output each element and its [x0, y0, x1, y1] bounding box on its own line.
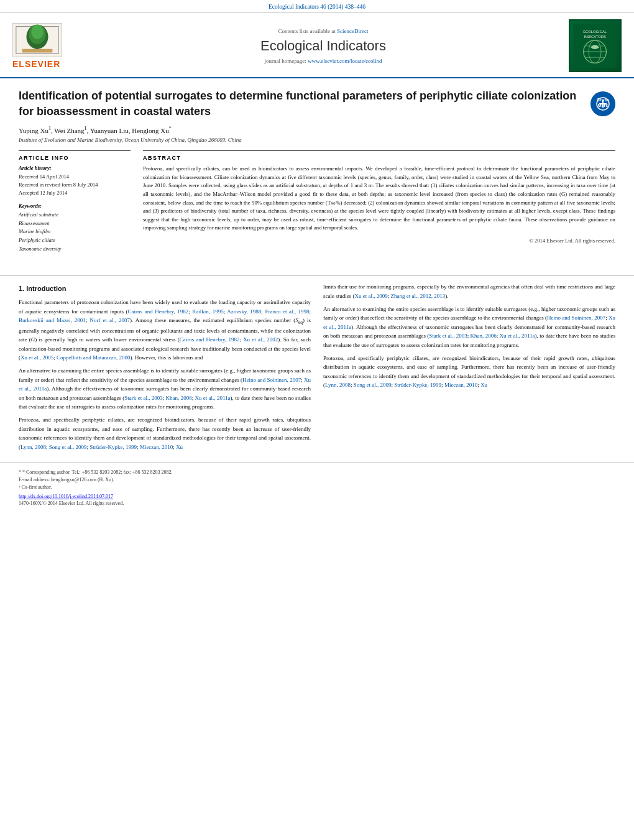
sciencedirect-link[interactable]: ScienceDirect	[337, 28, 368, 34]
intro-para1: Functional parameters of protozoan colon…	[19, 298, 311, 362]
sciencedirect-label: Contents lists available at	[278, 28, 336, 34]
ref-xu2005[interactable]: Xu et al., 2005	[21, 354, 53, 361]
ref-xu-r[interactable]: Xu	[480, 382, 487, 388]
page: Ecological Indicators 46 (2014) 438–446	[0, 0, 634, 510]
journal-logo-img: ECOLOGICAL INDICATORS	[569, 19, 622, 72]
revised-date: Received in revised form 8 July 2014	[19, 181, 131, 189]
ref-azovsky[interactable]: Azovsky, 1988	[227, 308, 261, 315]
crossmark-badge: Cross Mark	[590, 91, 615, 116]
article-title: Identification of potential surrogates t…	[19, 88, 590, 119]
content-divider	[0, 275, 634, 276]
right-para1: limits their use for monitoring programs…	[323, 282, 615, 300]
ref-lynn-r[interactable]: Lynn, 2008	[325, 382, 351, 388]
ref-xu2011a-b[interactable]: Xu et al., 2011a	[195, 395, 231, 401]
article-title-section: Identification of potential surrogates t…	[19, 88, 615, 119]
doi-link: http://dx.doi.org/10.1016/j.ecolind.2014…	[19, 494, 615, 499]
article-info-heading: ARTICLE INFO	[19, 155, 131, 161]
ref-khan-r[interactable]: Khan, 2006	[471, 333, 497, 339]
abstract-col: ABSTRACT Protozoa, and specifically cili…	[143, 150, 615, 253]
ref-song[interactable]: Song et al., 2009	[49, 444, 87, 450]
keyword-3: Marine biofilm	[19, 228, 131, 236]
ref-burkovskii[interactable]: Burkovskii and Mazei, 2001	[19, 317, 86, 323]
authors-line: Yuping Xu1, Wei Zhang1, Yuanyuan Liu, He…	[19, 126, 615, 134]
ref-khan[interactable]: Khan, 2006	[166, 395, 192, 401]
keywords-heading: Keywords:	[19, 203, 131, 209]
right-para3: Protozoa, and specifically periphytic ci…	[323, 354, 615, 390]
intro-para3: Protozoa, and specifically periphytic ci…	[19, 415, 311, 451]
ref-coppellotti[interactable]: Coppellotti and Matarazzo, 2000	[57, 354, 130, 361]
ref-heino[interactable]: Heino and Soininen, 2007	[242, 377, 301, 383]
ref-xu-col3[interactable]: Xu	[176, 444, 183, 450]
ref-stark-r[interactable]: Stark et al., 2003	[429, 333, 467, 339]
homepage-line: journal homepage: www.elsevier.com/locat…	[99, 58, 547, 64]
ref-cairns-henebry2[interactable]: Cairns and Henebry, 1982	[180, 336, 240, 343]
ref-mieczan-r[interactable]: Mieczan, 2010	[444, 382, 477, 388]
journal-top-bar: Ecological Indicators 46 (2014) 438–446	[0, 0, 634, 13]
main-content: 1. Introduction Functional parameters of…	[0, 282, 634, 456]
abstract-text: Protozoa, and specifically ciliates, can…	[143, 165, 615, 233]
doi-url[interactable]: http://dx.doi.org/10.1016/j.ecolind.2014…	[19, 494, 113, 499]
ref-zhang2012[interactable]: Zhang et al., 2012, 2013	[391, 293, 446, 299]
ref-struder[interactable]: Strüder-Kypke, 1999	[90, 444, 137, 450]
keyword-1: Artificial substrate	[19, 211, 131, 219]
keyword-2: Bioassessment	[19, 219, 131, 228]
ref-stark[interactable]: Stark et al., 2003	[124, 395, 162, 401]
ref-cairns-1982[interactable]: Cairns and Henebry, 1982	[128, 308, 189, 315]
header-left: ELSEVIER	[12, 23, 87, 69]
copyright-line: © 2014 Elsevier Ltd. All rights reserved…	[143, 238, 615, 244]
ref-struder-r[interactable]: Strüder-Kypke, 1999	[394, 382, 441, 388]
main-col-left: 1. Introduction Functional parameters of…	[19, 282, 311, 456]
issn-text: 1470-160X/© 2014 Elsevier Ltd. All right…	[19, 501, 615, 506]
elsevier-logo: ELSEVIER	[12, 23, 87, 69]
cofirst-note: ¹ Co-first author.	[19, 484, 615, 491]
abstract-heading: ABSTRACT	[143, 155, 615, 161]
svg-text:INDICATORS: INDICATORS	[584, 35, 606, 39]
article-body: Identification of potential surrogates t…	[0, 78, 634, 269]
email-note: E-mail address: henglongxu@126.com (H. X…	[19, 476, 615, 484]
author1: Yuping Xu1, Wei Zhang1, Yuanyuan Liu, He…	[19, 127, 172, 134]
ref-xu2002[interactable]: Xu et al., 2002	[243, 336, 278, 343]
ref-franco[interactable]: Franco et al., 1998	[265, 308, 309, 315]
header-section: ELSEVIER Contents lists available at Sci…	[0, 13, 634, 78]
corresponding-author-note: * * Corresponding author. Tel.: +86 532 …	[19, 469, 615, 476]
received-date: Received 14 April 2014	[19, 173, 131, 181]
ref-song-r[interactable]: Song et al., 2009	[354, 382, 392, 388]
elsevier-brand-text: ELSEVIER	[12, 59, 60, 69]
section1-heading: 1. Introduction	[19, 284, 311, 294]
ref-xu2011a-r2[interactable]: Xu et al., 2011a	[500, 333, 535, 339]
header-right: ECOLOGICAL INDICATORS	[559, 19, 622, 72]
footnote-star: *	[19, 469, 21, 475]
two-col-info: ARTICLE INFO Article history: Received 1…	[19, 150, 615, 253]
ref-mieczan[interactable]: Mieczan, 2010	[140, 444, 173, 450]
svg-text:ECOLOGICAL: ECOLOGICAL	[583, 30, 607, 34]
keyword-5: Taxonomic diversity	[19, 245, 131, 254]
accepted-date: Accepted 12 July 2014	[19, 189, 131, 197]
affiliation-line: Institute of Evolution and Marine Biodiv…	[19, 137, 615, 143]
article-history-label: Article history:	[19, 165, 131, 171]
corresponding-author-text: * Corresponding author. Tel.: +86 532 82…	[22, 469, 172, 475]
article-footer: * * Corresponding author. Tel.: +86 532 …	[0, 462, 634, 510]
sciencedirect-line: Contents lists available at ScienceDirec…	[99, 28, 547, 34]
homepage-url[interactable]: www.elsevier.com/locate/ecolind	[308, 58, 382, 64]
journal-title-main: Ecological Indicators	[99, 38, 547, 54]
main-col-right: limits their use for monitoring programs…	[323, 282, 615, 456]
ref-norf[interactable]: Norf et al., 2007	[90, 317, 130, 323]
ref-lynn[interactable]: Lynn, 2008	[21, 444, 46, 450]
ref-xu2009[interactable]: Xu et al., 2009	[354, 293, 387, 299]
elsevier-tree-icon	[12, 23, 62, 57]
homepage-label: journal homepage:	[265, 58, 306, 64]
right-para2: An alternative to examining the entire s…	[323, 305, 615, 349]
ref-heino-r[interactable]: Heino and Soininen, 2007	[547, 315, 605, 321]
header-center: Contents lists available at ScienceDirec…	[87, 28, 559, 64]
article-info-col: ARTICLE INFO Article history: Received 1…	[19, 150, 131, 253]
svg-rect-6	[22, 48, 53, 52]
ref-railkin[interactable]: Railkin, 1995	[192, 308, 223, 315]
journal-citation: Ecological Indicators 46 (2014) 438–446	[269, 4, 365, 10]
svg-point-5	[31, 24, 44, 39]
keyword-4: Periphytic ciliate	[19, 236, 131, 245]
intro-para2: An alternative to examining the entire s…	[19, 366, 311, 411]
